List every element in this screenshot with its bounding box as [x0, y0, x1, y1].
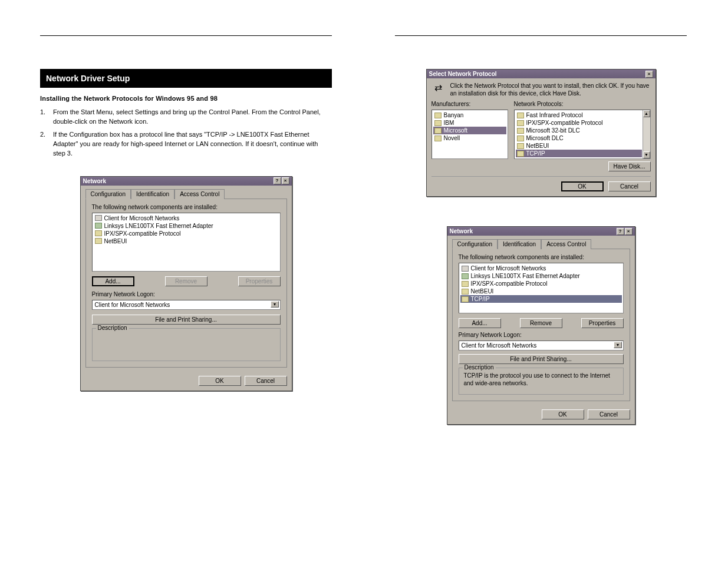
remove-button[interactable]: Remove	[520, 318, 562, 328]
list-item[interactable]: NetBEUI	[460, 287, 622, 295]
list-item[interactable]: Microsoft	[433, 127, 506, 134]
close-button[interactable]: ×	[282, 177, 289, 184]
list-item[interactable]: TCP/IP	[460, 295, 622, 303]
protocol-icon	[517, 151, 524, 157]
ok-button[interactable]: OK	[199, 376, 241, 386]
protocol-icon	[517, 113, 524, 118]
right-header-rule	[395, 35, 687, 36]
protocols-listbox[interactable]: Fast Infrared Protocol IPX/SPX-compatibl…	[514, 110, 651, 159]
protocol-icon	[462, 281, 469, 287]
protocols-label: Network Protocols:	[514, 101, 651, 107]
description-label: Description	[463, 364, 496, 371]
scroll-up-icon[interactable]: ▲	[643, 110, 650, 117]
instruction-step-2: 2. If the Configuration box has a protoc…	[40, 130, 332, 158]
adapter-icon	[95, 223, 102, 229]
tab-identification[interactable]: Identification	[131, 189, 174, 199]
scrollbar[interactable]: ▲ ▼	[643, 110, 650, 158]
components-listbox[interactable]: Client for Microsoft Networks Linksys LN…	[459, 263, 624, 313]
list-item[interactable]: IPX/SPX-compatible Protocol	[94, 230, 279, 237]
adapter-icon	[462, 273, 469, 279]
protocol-icon	[517, 128, 524, 134]
titlebar[interactable]: Network ? ×	[447, 227, 635, 236]
tabs: Configuration Identification Access Cont…	[85, 189, 287, 199]
description-text	[97, 332, 275, 355]
manufacturers-listbox[interactable]: Banyan IBM Microsoft Novell	[431, 110, 508, 159]
components-label: The following network components are ins…	[459, 254, 624, 260]
ok-button[interactable]: OK	[561, 181, 604, 191]
components-listbox[interactable]: Client for Microsoft Networks Linksys LN…	[92, 213, 281, 272]
tab-access-control[interactable]: Access Control	[541, 239, 591, 249]
instruction-text-2: If the Configuration box has a protocol …	[53, 130, 332, 158]
tab-access-control[interactable]: Access Control	[174, 189, 225, 199]
list-item[interactable]: Microsoft DLC	[516, 134, 642, 142]
primary-logon-label: Primary Network Logon:	[459, 332, 624, 338]
description-text: TCP/IP is the protocol you use to connec…	[464, 372, 618, 388]
list-item[interactable]: Fast Infrared Protocol	[516, 111, 642, 119]
protocol-icon	[95, 238, 102, 244]
tab-identification[interactable]: Identification	[498, 239, 541, 249]
list-item[interactable]: TCP/IP	[516, 150, 642, 157]
list-item[interactable]: Client for Microsoft Networks	[94, 214, 279, 222]
cancel-button[interactable]: Cancel	[588, 409, 630, 419]
description-label: Description	[96, 325, 129, 331]
list-item[interactable]: IPX/SPX-compatible Protocol	[516, 119, 642, 127]
list-item[interactable]: IBM	[433, 119, 506, 127]
tab-configuration[interactable]: Configuration	[452, 239, 498, 249]
left-header-rule	[40, 35, 332, 36]
list-item[interactable]: Novell	[433, 134, 506, 142]
protocol-icon	[517, 135, 524, 141]
list-item[interactable]: Microsoft 32-bit DLC	[516, 127, 642, 134]
primary-logon-dropdown[interactable]: Client for Microsoft Networks	[92, 300, 281, 310]
protocol-wizard-icon: ⇄	[431, 82, 446, 94]
client-icon	[95, 215, 102, 221]
tabs: Configuration Identification Access Cont…	[452, 239, 630, 249]
help-button[interactable]: ?	[274, 177, 281, 184]
ok-button[interactable]: OK	[542, 409, 584, 419]
protocol-icon	[434, 120, 442, 126]
properties-button[interactable]: Properties	[581, 318, 624, 328]
description-group: Description	[92, 328, 281, 361]
section-heading: Network Driver Setup	[40, 69, 332, 88]
close-button[interactable]: ×	[625, 228, 633, 235]
protocol-icon	[517, 143, 524, 149]
scroll-down-icon[interactable]: ▼	[643, 151, 650, 158]
primary-logon-dropdown[interactable]: Client for Microsoft Networks	[459, 340, 624, 351]
protocol-icon	[462, 289, 469, 295]
client-icon	[462, 266, 469, 272]
titlebar[interactable]: Select Network Protocol ×	[427, 70, 655, 78]
instruction-text-1: From the Start Menu, select Settings and…	[53, 108, 332, 127]
components-label: The following network components are ins…	[92, 204, 281, 210]
properties-button: Properties	[238, 276, 281, 286]
protocol-icon	[434, 128, 442, 134]
section-subheading: Installing the Network Protocols for Win…	[40, 95, 332, 102]
list-item[interactable]: Banyan	[433, 111, 506, 119]
protocol-icon	[517, 120, 524, 126]
description-group: Description TCP/IP is the protocol you u…	[459, 368, 624, 395]
add-button[interactable]: Add...	[459, 318, 501, 328]
have-disk-button[interactable]: Have Disk...	[608, 161, 651, 171]
help-button[interactable]: ?	[617, 228, 624, 235]
cancel-button[interactable]: Cancel	[245, 376, 287, 386]
dialog-title: Network	[450, 228, 473, 234]
tab-configuration[interactable]: Configuration	[85, 189, 131, 199]
list-item[interactable]: Client for Microsoft Networks	[460, 265, 622, 272]
network-dialog: Network ? × Configuration Identification…	[80, 176, 292, 391]
list-item[interactable]: Linksys LNE100TX Fast Ethernet Adapter	[94, 222, 279, 230]
add-button[interactable]: Add...	[92, 276, 134, 286]
list-item[interactable]: Linksys LNE100TX Fast Ethernet Adapter	[460, 272, 622, 280]
primary-logon-label: Primary Network Logon:	[92, 291, 281, 297]
dialog-title: Network	[83, 178, 106, 184]
file-print-sharing-button[interactable]: File and Print Sharing...	[92, 315, 281, 325]
close-button[interactable]: ×	[645, 71, 653, 78]
protocol-icon	[434, 113, 442, 118]
protocol-icon	[434, 135, 442, 141]
titlebar[interactable]: Network ? ×	[81, 177, 292, 186]
protocol-icon	[462, 296, 469, 302]
list-item[interactable]: NetBEUI	[516, 142, 642, 150]
list-item[interactable]: IPX/SPX-compatible Protocol	[460, 280, 622, 287]
network-dialog-2: Network ? × Configuration Identification…	[447, 226, 635, 425]
cancel-button[interactable]: Cancel	[608, 181, 651, 191]
list-item[interactable]: NetBEUI	[94, 237, 279, 245]
file-print-sharing-button[interactable]: File and Print Sharing...	[459, 354, 624, 364]
protocol-icon	[95, 230, 102, 236]
